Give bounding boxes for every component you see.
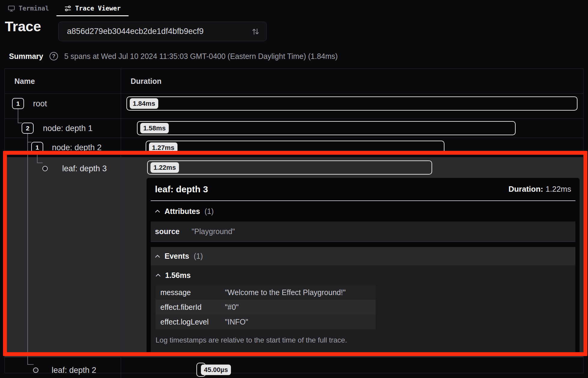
span-duration-cell: 1.27ms [121,138,583,157]
duration-bar[interactable]: 1.84ms [126,96,577,111]
table-row[interactable]: 1 node: depth 2 1.27ms [5,138,583,157]
duration-bar[interactable]: 1.27ms [146,141,444,155]
leaf-node-icon [42,166,48,171]
attribute-key: source [155,227,192,236]
attribute-value: "Playground" [192,227,235,236]
span-label: node: depth 1 [43,123,92,134]
up-down-arrows-icon [251,27,260,36]
detail-panel-title: leaf: depth 3 [155,184,208,194]
duration-value: 1.22ms [546,184,571,194]
trace-viewer-app: Terminal Trace Viewer Trace a856d279eb30… [0,0,588,378]
event-attribute-value: "INFO" [225,318,248,326]
table-row[interactable]: 2 node: depth 1 1.58ms [5,119,583,138]
detail-panel-duration: Duration:1.22ms [508,184,571,194]
chevron-up-icon [156,273,161,277]
span-label: root [33,98,47,109]
summary-row: Summary ? 5 spans at Wed Jul 10 2024 11:… [9,50,338,62]
event-time-label: 1.56ms [165,271,191,280]
span-name-cell[interactable]: leaf: depth 2 [5,357,121,378]
event-attribute-key: effect.logLevel [160,318,225,326]
tab-trace-viewer[interactable]: Trace Viewer [56,0,129,17]
tab-terminal[interactable]: Terminal [8,0,49,17]
span-name-cell[interactable]: 1 root [5,94,121,118]
span-name-cell[interactable]: 2 node: depth 1 [5,119,121,138]
detail-panel-header: leaf: depth 3 Duration:1.22ms [151,178,575,201]
attributes-count: (1) [205,207,214,216]
events-body: 1.56ms message "Welcome to the Effect Pl… [151,265,575,355]
event-attributes-table: message "Welcome to the Effect Playgroun… [156,285,376,329]
sliders-icon [64,5,71,12]
span-name-cell[interactable]: leaf: depth 3 [5,157,121,357]
summary-label: Summary [9,52,43,61]
duration-badge: 1.84ms [130,98,158,109]
event-attribute-value: "#0" [225,303,239,312]
chevron-up-icon [155,209,160,213]
span-duration-cell: 1.58ms [121,119,583,138]
attributes-title: Attributes [165,207,200,216]
attribute-row: source "Playground" [151,221,575,242]
event-attribute-row: message "Welcome to the Effect Playgroun… [156,285,376,300]
span-label: leaf: depth 3 [62,163,107,174]
span-duration-cell: 1.84ms [121,94,583,118]
event-attribute-row: effect.logLevel "INFO" [156,315,376,329]
event-attribute-key: effect.fiberId [160,303,225,312]
span-name-cell[interactable]: 1 node: depth 2 [5,138,121,157]
attributes-section-toggle[interactable]: Attributes (1) [151,201,575,221]
trace-id-value: a856d279eb3044ecb2de1df4bfb9ecf9 [67,27,204,36]
span-count-badge: 1 [31,142,43,153]
column-header-name: Name [5,69,121,93]
duration-bar[interactable]: 45.00µs [196,363,206,377]
duration-bar[interactable]: 1.22ms [147,160,432,175]
span-label: node: depth 2 [52,142,102,153]
table-header: Name Duration [5,69,583,94]
span-detail-panel: leaf: depth 3 Duration:1.22ms Attributes… [147,178,580,355]
monitor-icon [8,5,15,12]
leaf-node-icon [33,367,38,373]
events-title: Events [165,252,189,261]
chevron-up-icon [155,255,160,258]
tab-bar: Terminal Trace Viewer [0,0,588,17]
event-time-toggle[interactable]: 1.56ms [156,265,571,285]
tab-label: Terminal [19,5,49,12]
table-row-selected[interactable]: leaf: depth 3 1.22ms leaf: depth 3 Durat… [5,157,583,357]
event-attribute-value: "Welcome to the Effect Playground!" [225,288,346,297]
column-header-duration: Duration [121,69,583,93]
span-label: leaf: depth 2 [52,365,96,376]
summary-text: 5 spans at Wed Jul 10 2024 11:35:03 GMT-… [64,52,338,61]
duration-badge: 1.27ms [149,142,177,153]
span-duration-cell: 45.00µs [121,357,583,378]
table-row[interactable]: leaf: depth 2 45.00µs [5,357,583,378]
events-section-toggle[interactable]: Events (1) [151,247,575,265]
help-circle-icon[interactable]: ? [50,52,58,60]
event-attribute-key: message [160,288,225,297]
trace-id-select[interactable]: a856d279eb3044ecb2de1df4bfb9ecf9 [58,22,267,41]
duration-badge: 1.58ms [140,123,169,134]
events-note: Log timestamps are relative to the start… [156,336,571,344]
tab-label: Trace Viewer [75,5,121,12]
duration-badge: 1.22ms [150,162,179,173]
duration-bar[interactable]: 1.58ms [137,121,516,135]
table-row[interactable]: 1 root 1.84ms [5,94,583,119]
duration-badge: 45.00µs [201,364,231,375]
page-title: Trace [5,18,41,35]
span-count-badge: 1 [12,98,24,109]
duration-label: Duration: [508,184,543,194]
span-duration-cell: 1.22ms leaf: depth 3 Duration:1.22ms [121,157,583,357]
event-attribute-row: effect.fiberId "#0" [156,300,376,315]
spans-table: Name Duration 1 root 1.84ms [5,69,583,373]
span-count-badge: 2 [22,123,34,134]
events-count: (1) [194,252,203,261]
